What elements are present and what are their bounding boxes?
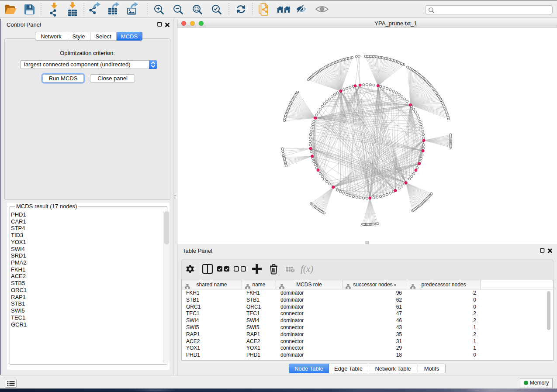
svg-text:f(x): f(x) [301,264,313,274]
